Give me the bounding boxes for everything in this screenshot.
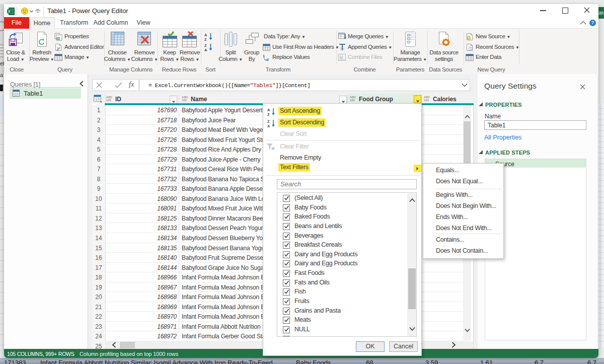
svg-text:Z: Z [204, 37, 207, 41]
svg-text:A: A [267, 108, 270, 112]
svg-text:1: 1 [263, 54, 265, 58]
svg-text:Z: Z [267, 119, 270, 124]
svg-text:Z: Z [267, 112, 270, 116]
svg-text:A: A [204, 48, 207, 52]
svg-text:A: A [267, 124, 270, 128]
